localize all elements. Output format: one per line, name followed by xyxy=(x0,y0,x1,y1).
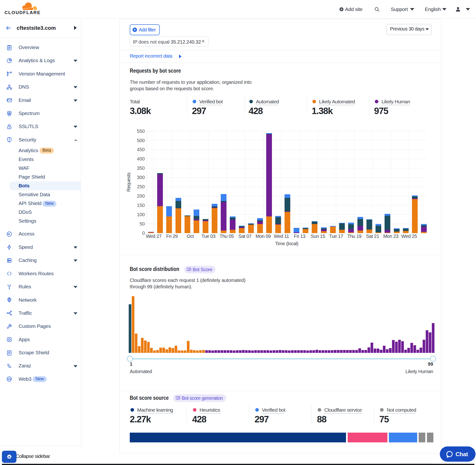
svg-text:50: 50 xyxy=(139,221,145,226)
svg-text:Sat 21: Sat 21 xyxy=(366,233,379,239)
svg-text:Thu 05: Thu 05 xyxy=(220,233,234,239)
svg-text:350: 350 xyxy=(137,166,145,171)
svg-text:Sun 15: Sun 15 xyxy=(311,233,325,239)
svg-text:400: 400 xyxy=(137,156,145,161)
svg-text:0: 0 xyxy=(142,231,145,236)
svg-text:150: 150 xyxy=(137,203,145,208)
svg-text:Mon 09: Mon 09 xyxy=(255,233,271,239)
svg-text:250: 250 xyxy=(137,184,145,189)
svg-text:Requests: Requests xyxy=(126,172,131,192)
svg-text:Mon 23: Mon 23 xyxy=(383,233,398,239)
svg-text:Thu 19: Thu 19 xyxy=(347,233,361,239)
svg-text:450: 450 xyxy=(137,147,145,152)
svg-text:Fri 29: Fri 29 xyxy=(166,233,178,239)
svg-text:550: 550 xyxy=(137,128,145,134)
svg-text:500: 500 xyxy=(137,138,145,143)
svg-text:Wed 25: Wed 25 xyxy=(401,233,417,239)
svg-text:Tue 03: Tue 03 xyxy=(201,233,215,239)
svg-text:Fri 13: Fri 13 xyxy=(294,233,306,239)
svg-text:Wed 11: Wed 11 xyxy=(274,233,289,239)
svg-text:200: 200 xyxy=(137,193,145,199)
svg-text:Time (local): Time (local) xyxy=(275,241,298,246)
svg-text:Oct: Oct xyxy=(187,233,194,239)
svg-text:300: 300 xyxy=(137,175,145,180)
svg-text:Sat 07: Sat 07 xyxy=(238,233,252,239)
svg-text:Wed 27: Wed 27 xyxy=(146,233,162,239)
svg-text:Tue 17: Tue 17 xyxy=(329,233,343,239)
svg-text:100: 100 xyxy=(137,212,145,217)
